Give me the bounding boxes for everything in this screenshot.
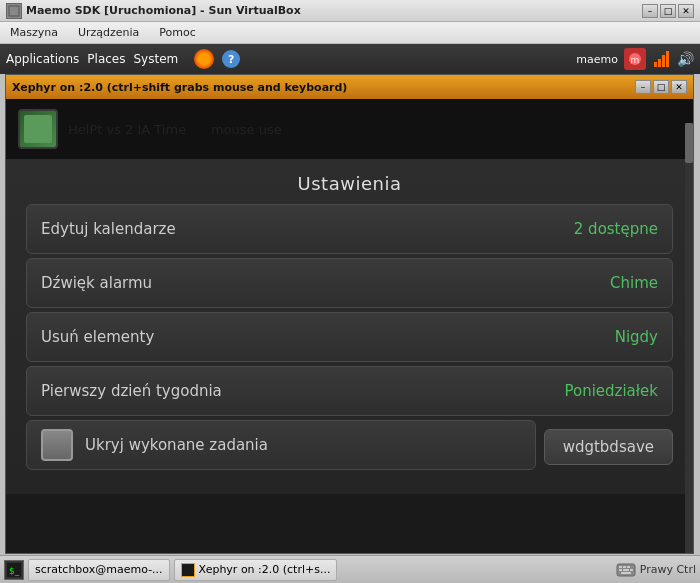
gnome-panel: Applications Places System ? maemo m 🔊 [0, 44, 700, 74]
help-icon[interactable]: ? [222, 50, 240, 68]
maemo-app-header: HelPt vs 2 IA Time mouse use [6, 99, 693, 159]
svg-rect-15 [621, 572, 631, 574]
applications-label: Applications [6, 52, 79, 66]
maemo-logo-icon[interactable]: m [624, 48, 646, 70]
remove-items-label: Usuń elementy [41, 328, 154, 346]
network-signal-icon [652, 48, 671, 70]
os-titlebar: Maemo SDK [Uruchomiona] - Sun VirtualBox… [0, 0, 700, 22]
os-window-title: Maemo SDK [Uruchomiona] - Sun VirtualBox [26, 4, 301, 17]
xephyr-minimize-button[interactable]: – [635, 80, 651, 94]
os-window-controls: – □ ✕ [642, 4, 694, 18]
keyboard-layout-icon [616, 560, 636, 580]
settings-title: Ustawienia [26, 159, 673, 204]
maemo-label: maemo [576, 53, 618, 66]
speaker-icon[interactable]: 🔊 [677, 51, 694, 67]
alarm-sound-value: Chime [610, 274, 658, 292]
hide-completed-checkbox[interactable] [41, 429, 73, 461]
svg-rect-12 [619, 569, 622, 571]
edit-calendars-row[interactable]: Edytuj kalendarze 2 dostępne [26, 204, 673, 254]
save-button[interactable]: wdgtbdsave [544, 429, 673, 465]
xephyr-maximize-button[interactable]: □ [653, 80, 669, 94]
menu-pomoc[interactable]: Pomoc [155, 24, 199, 41]
scrollbar[interactable] [685, 123, 693, 553]
edit-calendars-label: Edytuj kalendarze [41, 220, 176, 238]
svg-text:$_: $_ [9, 566, 20, 576]
remove-items-row[interactable]: Usuń elementy Nigdy [26, 312, 673, 362]
alarm-sound-label: Dźwięk alarmu [41, 274, 152, 292]
panel-right: maemo m 🔊 [576, 48, 694, 70]
xephyr-title: Xephyr on :2.0 (ctrl+shift grabs mouse a… [12, 81, 347, 94]
terminal-taskbar-icon[interactable]: $_ [4, 560, 24, 580]
scrollbar-thumb[interactable] [685, 123, 693, 163]
xephyr-content: HelPt vs 2 IA Time mouse use Ustawienia … [6, 99, 693, 553]
keyboard-label: Prawy Ctrl [640, 563, 696, 576]
scratchbox-taskbar-item[interactable]: scratchbox@maemo-... [28, 559, 170, 581]
settings-panel: Ustawienia Edytuj kalendarze 2 dostępne … [6, 159, 693, 494]
svg-rect-13 [623, 569, 629, 571]
close-button[interactable]: ✕ [678, 4, 694, 18]
alarm-sound-row[interactable]: Dźwięk alarmu Chime [26, 258, 673, 308]
places-menu-button[interactable]: Places [87, 52, 125, 66]
header-bg-text: HelPt vs 2 IA Time mouse use [68, 122, 282, 137]
minimize-button[interactable]: – [642, 4, 658, 18]
xephyr-titlebar: Xephyr on :2.0 (ctrl+shift grabs mouse a… [6, 75, 693, 99]
first-day-row[interactable]: Pierwszy dzień tygodnia Poniedziałek [26, 366, 673, 416]
hide-completed-left: Ukryj wykonane zadania [41, 429, 268, 461]
xephyr-close-button[interactable]: ✕ [671, 80, 687, 94]
first-day-value: Poniedziałek [564, 382, 658, 400]
edit-calendars-value: 2 dostępne [574, 220, 658, 238]
virtualbox-icon [6, 3, 22, 19]
svg-rect-14 [630, 569, 633, 571]
xephyr-window-controls: – □ ✕ [635, 80, 687, 94]
places-label: Places [87, 52, 125, 66]
first-day-label: Pierwszy dzień tygodnia [41, 382, 222, 400]
remove-items-value: Nigdy [615, 328, 658, 346]
menu-maszyna[interactable]: Maszyna [6, 24, 62, 41]
firefox-icon[interactable] [194, 49, 214, 69]
menu-urzadzenia[interactable]: Urządzenia [74, 24, 143, 41]
xephyr-taskbar-label: Xephyr on :2.0 (ctrl+s... [199, 563, 331, 576]
system-label: System [133, 52, 178, 66]
maximize-button[interactable]: □ [660, 4, 676, 18]
calendar-app-icon-inner [24, 115, 52, 143]
hide-completed-row: Ukryj wykonane zadania [26, 420, 536, 470]
os-titlebar-left: Maemo SDK [Uruchomiona] - Sun VirtualBox [6, 3, 301, 19]
xephyr-taskbar-icon [181, 563, 195, 577]
bottom-taskbar: $_ scratchbox@maemo-... Xephyr on :2.0 (… [0, 555, 700, 583]
applications-menu-button[interactable]: Applications [6, 52, 79, 66]
svg-rect-7 [182, 564, 194, 576]
svg-rect-9 [619, 566, 622, 568]
calendar-app-icon [18, 109, 58, 149]
xephyr-window: Xephyr on :2.0 (ctrl+shift grabs mouse a… [5, 74, 694, 554]
svg-rect-10 [623, 566, 626, 568]
hide-completed-label: Ukryj wykonane zadania [85, 436, 268, 454]
scratchbox-label: scratchbox@maemo-... [35, 563, 163, 576]
taskbar-right: Prawy Ctrl [616, 560, 696, 580]
svg-rect-1 [11, 8, 17, 14]
system-menu-button[interactable]: System [133, 52, 178, 66]
svg-rect-11 [627, 566, 630, 568]
xephyr-taskbar-item[interactable]: Xephyr on :2.0 (ctrl+s... [174, 559, 338, 581]
svg-text:m: m [631, 55, 640, 65]
menu-bar: Maszyna Urządzenia Pomoc [0, 22, 700, 44]
